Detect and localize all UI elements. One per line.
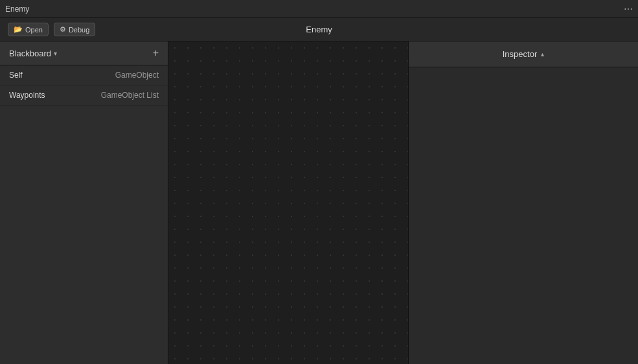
open-button[interactable]: 📂 Open <box>8 23 49 36</box>
inspector-header: Inspector ▴ <box>409 41 638 67</box>
open-icon: 📂 <box>14 25 23 34</box>
inspector-chevron-icon[interactable]: ▴ <box>541 51 544 58</box>
canvas-area[interactable]: On Start Repeat Self patrols along <box>168 41 408 364</box>
sidebar-val-self: GameObject <box>115 71 159 80</box>
blackboard-chevron-icon[interactable]: ▾ <box>54 50 57 57</box>
title-bar-left: Enemy <box>5 5 29 14</box>
more-icon[interactable]: ⋯ <box>624 4 633 14</box>
debug-icon: ⚙ <box>60 25 66 34</box>
sidebar: Blackboard ▾ + Self GameObject Waypoints… <box>0 41 168 364</box>
title-bar-title: Enemy <box>5 5 29 14</box>
sidebar-row-self: Self GameObject <box>0 65 168 85</box>
title-bar: Enemy ⋯ <box>0 0 638 18</box>
inspector-title: Inspector <box>503 49 537 59</box>
sidebar-header: Blackboard ▾ + <box>0 41 168 65</box>
debug-button[interactable]: ⚙ Debug <box>54 23 95 36</box>
toolbar: 📂 Open ⚙ Debug Enemy <box>0 18 638 41</box>
open-label: Open <box>25 26 43 34</box>
sidebar-val-waypoints: GameObject List <box>101 91 159 100</box>
inspector-panel: Inspector ▴ <box>408 41 638 364</box>
blackboard-title: Blackboard <box>9 49 51 58</box>
toolbar-title: Enemy <box>306 25 332 34</box>
debug-label: Debug <box>69 26 89 34</box>
sidebar-header-left: Blackboard ▾ <box>9 49 57 58</box>
sidebar-row-waypoints: Waypoints GameObject List <box>0 85 168 106</box>
main-layout: Blackboard ▾ + Self GameObject Waypoints… <box>0 41 638 364</box>
sidebar-key-waypoints: Waypoints <box>9 91 45 100</box>
add-variable-icon[interactable]: + <box>153 48 159 58</box>
sidebar-key-self: Self <box>9 71 23 80</box>
toolbar-left: 📂 Open ⚙ Debug <box>8 23 95 36</box>
